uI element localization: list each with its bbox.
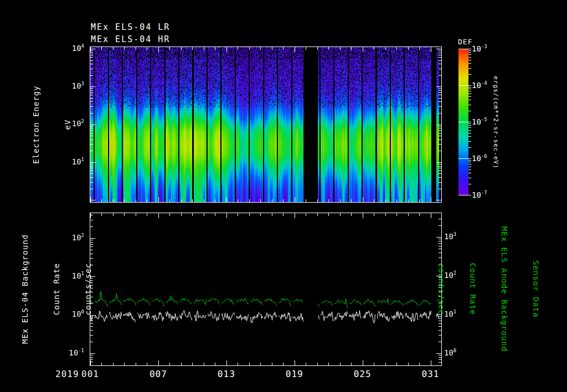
right-count-rate-axis-title: Sensor Data MEx ELS Anode Background Cou… bbox=[415, 226, 562, 352]
electron-energy-axis-title-line1: Electron Energy bbox=[31, 85, 42, 163]
top-y-tick-10e3: 103 bbox=[62, 81, 84, 90]
colorbar-def-label: DEF bbox=[458, 38, 472, 46]
left-axis-title-line3: Count Rate bbox=[51, 234, 62, 344]
colorbar-tick-10e-4: 10-4 bbox=[472, 80, 487, 90]
bottom-right-tick-10e1: 101 bbox=[444, 309, 456, 318]
spectrogram-panel-frame bbox=[90, 47, 442, 203]
x-tick-label-001: 001 bbox=[81, 369, 99, 379]
bottom-right-tick-10e3: 103 bbox=[444, 231, 456, 241]
right-axis-title-line2: MEx ELS Anode Background bbox=[499, 226, 509, 352]
bottom-left-tick-10e0: 100 bbox=[61, 310, 84, 319]
colorbar-tick-10e-5: 10-5 bbox=[472, 117, 487, 126]
colorbar-tick-10e-6: 10-6 bbox=[472, 153, 487, 163]
top-y-tick-10e1: 101 bbox=[62, 157, 84, 166]
x-tick-label-007: 007 bbox=[150, 369, 167, 379]
spectrogram-canvas bbox=[90, 47, 441, 202]
bottom-left-tick-10e1: 101 bbox=[61, 271, 84, 280]
plot-title-hr: MEx ELS-04 HR bbox=[91, 34, 170, 44]
bottom-left-tick-10e-1: 10-1 bbox=[61, 348, 84, 357]
x-tick-label-031: 031 bbox=[422, 369, 440, 379]
colorbar-tick-10e-7: 10-7 bbox=[472, 190, 487, 199]
bottom-left-tick-10e2: 102 bbox=[61, 233, 84, 242]
right-axis-title-line3: Count Rate bbox=[467, 226, 478, 352]
colorbar-tick-10e-3: 10-3 bbox=[472, 44, 487, 53]
right-axis-title-line4: counts/sec bbox=[436, 226, 446, 352]
right-axis-title-line1: Sensor Data bbox=[530, 226, 541, 352]
top-y-tick-10e4: 104 bbox=[62, 43, 84, 53]
colorbar-units-label: ergs/(cm**2-sr-sec-eV) bbox=[492, 76, 499, 169]
count-rate-canvas bbox=[90, 213, 441, 365]
x-tick-label-025: 025 bbox=[354, 369, 372, 379]
colorbar bbox=[458, 48, 472, 195]
bottom-right-tick-10e0: 100 bbox=[444, 348, 456, 357]
year-label: 2019 bbox=[55, 369, 79, 379]
count-rate-panel-frame bbox=[90, 213, 442, 366]
left-count-rate-axis-title: Sensor Data MEx ELS-04 Background Count … bbox=[0, 234, 115, 344]
left-axis-title-line4: counts/sec bbox=[83, 234, 94, 344]
x-tick-label-013: 013 bbox=[218, 369, 235, 379]
x-tick-label-019: 019 bbox=[286, 369, 303, 379]
bottom-right-tick-10e2: 102 bbox=[444, 270, 456, 280]
plot-title-lr: MEx ELS-04 LR bbox=[91, 22, 170, 32]
mex-els-plot-figure: MEx ELS-04 LR MEx ELS-04 HR Electron Ene… bbox=[0, 0, 567, 392]
left-axis-title-line2: MEx ELS-04 Background bbox=[20, 234, 30, 344]
top-y-tick-10e2: 102 bbox=[62, 119, 84, 128]
